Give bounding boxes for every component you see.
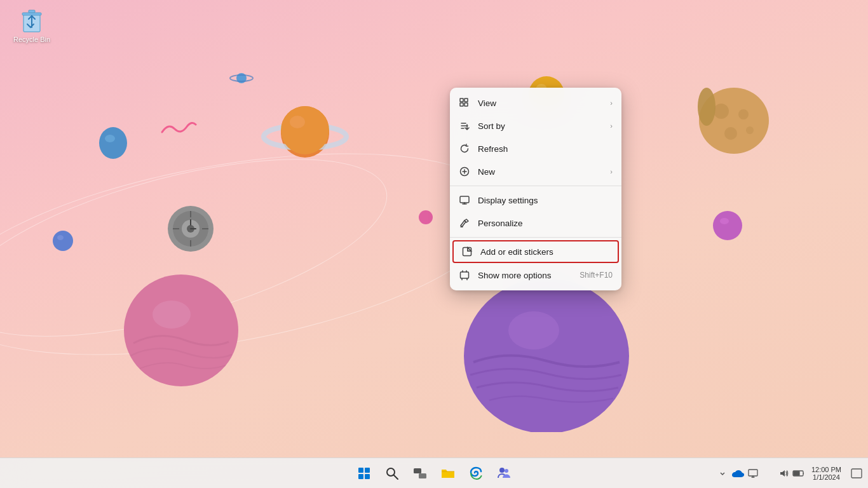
taskbar: 12:00 PM 1/1/2024 (0, 458, 868, 488)
svg-rect-41 (460, 103, 463, 106)
svg-point-33 (124, 274, 238, 386)
svg-point-60 (499, 468, 505, 473)
onedrive-tray-icon[interactable] (731, 467, 744, 480)
planet-small-purple (712, 210, 743, 244)
view-arrow-icon: › (610, 99, 613, 107)
svg-point-14 (738, 109, 749, 119)
menu-stickers-label: Add or edit stickers (480, 247, 610, 257)
planet-blue (229, 69, 254, 90)
svg-line-57 (394, 475, 398, 479)
svg-rect-67 (851, 469, 862, 478)
menu-item-display[interactable]: Display settings (450, 189, 621, 212)
svg-rect-53 (365, 468, 370, 473)
svg-point-8 (281, 106, 329, 154)
menu-sort-label: Sort by (478, 121, 602, 131)
clock-display[interactable]: 12:00 PM 1/1/2024 (808, 464, 845, 482)
planet-large-purple (458, 267, 635, 435)
menu-refresh-label: Refresh (478, 144, 613, 154)
svg-point-34 (153, 301, 191, 329)
taskbar-tray: 12:00 PM 1/1/2024 (716, 464, 863, 482)
sort-arrow-icon: › (610, 122, 613, 130)
divider-1 (450, 186, 621, 186)
svg-point-20 (419, 210, 433, 224)
menu-item-view[interactable]: View › (450, 92, 621, 114)
view-icon (459, 97, 470, 109)
svg-point-61 (505, 469, 508, 473)
planet-blue-small (52, 230, 74, 254)
svg-rect-1 (22, 13, 41, 15)
context-menu: View › Sort by › (450, 88, 621, 290)
menu-personalize-label: Personalize (478, 219, 613, 228)
recycle-bin-label: Recycle Bin (13, 36, 50, 43)
svg-rect-59 (419, 473, 426, 478)
more-options-shortcut: Shift+F10 (580, 271, 613, 280)
svg-rect-46 (460, 196, 469, 203)
svg-point-56 (387, 468, 395, 476)
svg-rect-50 (463, 248, 471, 256)
new-arrow-icon: › (610, 168, 613, 175)
planet-pink-squiggle (159, 119, 197, 141)
planet-gray (165, 203, 216, 257)
svg-rect-55 (365, 474, 370, 479)
svg-rect-51 (461, 272, 469, 278)
svg-point-38 (720, 218, 729, 224)
menu-item-sort[interactable]: Sort by › (450, 114, 621, 137)
task-view-button[interactable] (407, 461, 433, 486)
search-button[interactable] (379, 461, 405, 486)
svg-rect-62 (749, 470, 757, 476)
planet-teal (94, 121, 132, 168)
planet-saturn (261, 89, 349, 174)
recycle-bin-image (18, 6, 45, 33)
divider-2 (450, 237, 621, 238)
svg-point-19 (105, 135, 115, 142)
clock-date: 1/1/2024 (813, 473, 840, 481)
svg-point-9 (290, 116, 305, 128)
tray-chevron[interactable] (716, 467, 729, 480)
refresh-icon (459, 143, 470, 154)
svg-point-13 (714, 104, 729, 119)
sort-icon (459, 120, 470, 132)
menu-view-label: View (478, 98, 602, 108)
menu-item-refresh[interactable]: Refresh (450, 137, 621, 160)
planet-large-pink (121, 267, 241, 396)
svg-rect-58 (414, 468, 421, 473)
svg-rect-42 (465, 103, 468, 106)
planet-small-pink (418, 210, 433, 227)
sound-tray-icon[interactable] (777, 467, 790, 480)
svg-point-35 (464, 278, 629, 432)
menu-item-new[interactable]: New › (450, 160, 621, 183)
svg-point-17 (698, 88, 715, 126)
taskbar-center (351, 461, 517, 486)
svg-rect-52 (358, 468, 363, 473)
file-explorer-button[interactable] (435, 461, 461, 486)
menu-display-label: Display settings (478, 196, 613, 205)
svg-point-36 (508, 311, 559, 349)
edge-button[interactable] (463, 461, 489, 486)
new-icon (459, 166, 470, 177)
stickers-icon (461, 246, 473, 257)
display-icon (459, 194, 470, 206)
recycle-bin-icon[interactable]: Recycle Bin (10, 6, 54, 43)
teams-button[interactable] (491, 461, 517, 486)
svg-rect-2 (29, 10, 35, 13)
svg-point-37 (713, 211, 742, 240)
display-tray-icon[interactable] (747, 467, 759, 480)
desktop: Recycle Bin (0, 0, 868, 488)
more-options-icon (459, 269, 470, 281)
svg-rect-39 (460, 98, 463, 102)
svg-rect-40 (465, 98, 468, 102)
start-button[interactable] (351, 461, 377, 486)
svg-point-18 (99, 127, 127, 159)
menu-item-stickers[interactable]: Add or edit stickers (452, 240, 619, 263)
battery-tray-icon[interactable] (792, 467, 805, 480)
svg-point-15 (724, 127, 737, 140)
svg-rect-54 (358, 474, 363, 479)
clock-time: 12:00 PM (811, 466, 841, 473)
notification-button[interactable] (850, 467, 863, 480)
svg-point-31 (53, 231, 73, 251)
menu-more-label: Show more options (478, 271, 572, 280)
menu-item-personalize[interactable]: Personalize (450, 212, 621, 234)
network-tray-icon[interactable] (762, 467, 775, 480)
menu-item-more-options[interactable]: Show more options Shift+F10 (450, 264, 621, 287)
menu-new-label: New (478, 167, 602, 177)
